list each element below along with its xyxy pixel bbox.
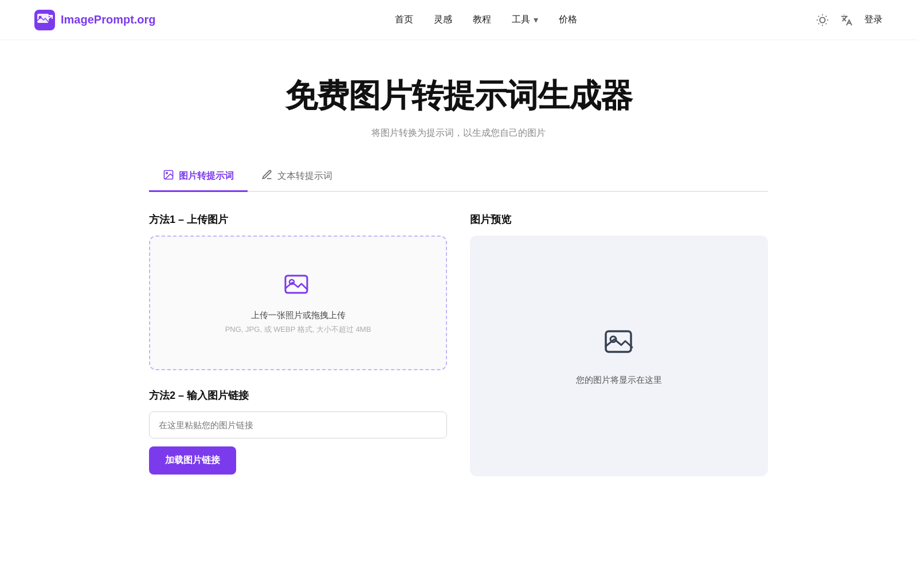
header-right: 登录	[816, 14, 883, 26]
logo[interactable]: ImagePrompt.org	[34, 10, 156, 30]
input-column: 方法1 – 上传图片 上传一张照片或拖拽上传 PNG, JPG, 或 WEBP …	[149, 213, 447, 476]
svg-line-6	[818, 15, 819, 16]
main-nav: 首页 灵感 教程 工具 ▾ 价格	[395, 14, 577, 26]
hero-subtitle: 将图片转换为提示词，以生成您自己的图片	[11, 127, 906, 139]
hero-section: 免费图片转提示词生成器 将图片转换为提示词，以生成您自己的图片	[0, 40, 917, 162]
tab-bar: 图片转提示词 文本转提示词	[149, 162, 768, 192]
svg-line-11	[826, 15, 826, 16]
header: ImagePrompt.org 首页 灵感 教程 工具 ▾ 价格	[0, 0, 917, 40]
sun-icon	[816, 14, 829, 26]
nav-inspiration[interactable]: 灵感	[434, 14, 452, 26]
upload-dropzone[interactable]: 上传一张照片或拖拽上传 PNG, JPG, 或 WEBP 格式, 大小不超过 4…	[149, 236, 447, 370]
nav-tutorial[interactable]: 教程	[473, 14, 491, 26]
nav-tools-label: 工具	[512, 14, 530, 26]
url-section: 方法2 – 输入图片链接 加载图片链接	[149, 389, 447, 475]
svg-point-13	[166, 173, 168, 174]
image-tab-icon	[163, 169, 174, 183]
url-section-title: 方法2 – 输入图片链接	[149, 389, 447, 402]
load-url-button[interactable]: 加载图片链接	[149, 446, 236, 475]
nav-tools[interactable]: 工具 ▾	[512, 14, 538, 26]
svg-rect-14	[285, 276, 307, 293]
tab-image-to-prompt[interactable]: 图片转提示词	[149, 162, 248, 192]
upload-sub-text: PNG, JPG, 或 WEBP 格式, 大小不超过 4MB	[225, 324, 371, 335]
preview-area: 您的图片将显示在这里	[470, 236, 768, 476]
tab-text-to-prompt[interactable]: 文本转提示词	[248, 162, 346, 192]
url-input[interactable]	[149, 411, 447, 438]
preview-title: 图片预览	[470, 213, 768, 226]
tab-image-label: 图片转提示词	[179, 170, 234, 182]
theme-toggle-button[interactable]	[816, 14, 829, 26]
tab-text-label: 文本转提示词	[277, 170, 332, 182]
text-tab-icon	[261, 169, 273, 183]
hero-title: 免费图片转提示词生成器	[11, 75, 906, 118]
upload-image-icon	[283, 271, 313, 301]
logo-text: ImagePrompt.org	[61, 13, 156, 26]
preview-column: 图片预览 您的图片将显示在这里	[470, 213, 768, 476]
nav-home[interactable]: 首页	[395, 14, 413, 26]
upload-section: 方法1 – 上传图片 上传一张照片或拖拽上传 PNG, JPG, 或 WEBP …	[149, 213, 447, 370]
svg-line-10	[818, 23, 819, 23]
content-grid: 方法1 – 上传图片 上传一张照片或拖拽上传 PNG, JPG, 或 WEBP …	[149, 213, 768, 476]
preview-placeholder-icon	[603, 327, 635, 366]
chevron-down-icon: ▾	[534, 14, 538, 25]
main-content: 图片转提示词 文本转提示词 方法1 – 上传图片	[115, 162, 802, 511]
login-button[interactable]: 登录	[864, 14, 883, 26]
nav-price[interactable]: 价格	[559, 14, 577, 26]
upload-main-text: 上传一张照片或拖拽上传	[251, 310, 346, 321]
svg-point-3	[820, 17, 825, 22]
logo-icon	[34, 10, 55, 30]
svg-line-7	[826, 23, 826, 23]
translate-icon	[840, 14, 853, 26]
translate-button[interactable]	[840, 14, 853, 26]
preview-empty-text: 您的图片将显示在这里	[576, 375, 662, 386]
upload-section-title: 方法1 – 上传图片	[149, 213, 447, 226]
